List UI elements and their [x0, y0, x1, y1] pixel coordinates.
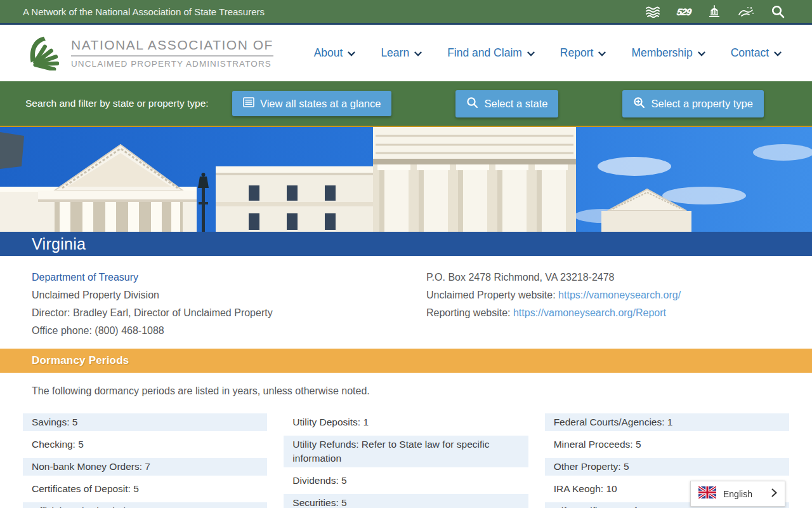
reporting-label: Reporting website:: [426, 307, 513, 318]
filter-button-group: View all states at a glance Select a sta…: [216, 90, 787, 117]
nav-label: Membership: [631, 46, 692, 60]
dormancy-item-other-property: Other Property: 5: [545, 458, 789, 476]
dormancy-item-certificates-of-deposit: Certificates of Deposit: 5: [23, 480, 267, 498]
nav-label: About: [314, 46, 343, 60]
nav-label: Learn: [381, 46, 409, 60]
view-all-states-button[interactable]: View all states at a glance: [232, 91, 391, 116]
button-label: Select a property type: [651, 98, 753, 110]
division-text: Unclaimed Property Division: [32, 286, 406, 304]
reporting-website-link[interactable]: https://vamoneysearch.org/Report: [513, 307, 666, 318]
dormancy-item-mineral-proceeds: Mineral Proceeds: 5: [545, 436, 789, 453]
nast-waves-icon[interactable]: [645, 6, 660, 18]
chevron-down-icon: [774, 51, 782, 57]
director-text: Director: Bradley Earl, Director of Uncl…: [32, 304, 406, 322]
dormancy-column-1: Savings: 5 Checking: 5 Non-bank Money Or…: [23, 413, 267, 508]
dormancy-item-federal-courts: Federal Courts/Agencies: 1: [545, 413, 789, 431]
department-link[interactable]: Department of Treasury: [32, 269, 406, 286]
nav-item-find-and-claim[interactable]: Find and Claim: [447, 46, 535, 60]
chevron-down-icon: [527, 51, 535, 57]
language-selector[interactable]: English: [690, 481, 785, 507]
top-utility-bar: A Network of the National Association of…: [0, 0, 812, 25]
nav-item-membership[interactable]: Membership: [631, 46, 705, 60]
filter-label: Search and filter by state or property t…: [25, 97, 216, 110]
search-icon: [466, 97, 478, 111]
nav-label: Report: [560, 46, 594, 60]
button-label: Select a state: [484, 98, 547, 110]
site-header: NATIONAL ASSOCIATION OF UNCLAIMED PROPER…: [0, 25, 812, 81]
logo-line-1: NATIONAL ASSOCIATION OF: [71, 37, 273, 57]
language-label: English: [723, 489, 764, 499]
search-icon[interactable]: [771, 4, 785, 19]
logo-wordmark: NATIONAL ASSOCIATION OF UNCLAIMED PROPER…: [71, 37, 273, 69]
chevron-right-icon: [771, 488, 777, 500]
contact-left-column: Department of Treasury Unclaimed Propert…: [32, 269, 406, 340]
chevron-down-icon: [698, 51, 705, 57]
contact-section: Department of Treasury Unclaimed Propert…: [0, 256, 812, 345]
naupa-fan-icon: [25, 34, 62, 73]
main-nav: About Learn Find and Claim Report Member…: [314, 46, 782, 60]
nav-item-report[interactable]: Report: [560, 46, 606, 60]
dormancy-periods-header: Dormancy Periods: [0, 349, 812, 373]
state-hero-image: [0, 127, 812, 232]
dormancy-item-securities: Securities: 5: [284, 494, 528, 508]
nav-item-learn[interactable]: Learn: [381, 46, 422, 60]
network-tagline: A Network of the National Association of…: [23, 6, 265, 17]
nav-label: Contact: [731, 46, 769, 60]
unclaimed-property-website-link[interactable]: https://vamoneysearch.org/: [558, 290, 681, 300]
button-label: View all states at a glance: [260, 98, 381, 110]
dormancy-item-official-bank-checks: Official Bank Checks/MO: 5: [23, 502, 267, 508]
dormancy-column-2: Utility Deposits: 1 Utility Refunds: Ref…: [284, 413, 528, 508]
chevron-down-icon: [348, 51, 355, 57]
page-title: Virginia: [32, 235, 86, 253]
dormancy-note: The following dormancy periods are liste…: [0, 373, 812, 397]
treasury-flourish-icon[interactable]: [738, 6, 754, 18]
state-filter-bar: Search and filter by state or property t…: [0, 81, 812, 127]
reporting-line: Reporting website: https://vamoneysearch…: [426, 304, 780, 322]
dormancy-item-savings: Savings: 5: [23, 413, 267, 431]
logo-line-2: UNCLAIMED PROPERTY ADMINISTRATORS: [71, 57, 273, 69]
uk-flag-icon: [698, 486, 716, 501]
chevron-down-icon: [414, 51, 422, 57]
chevron-down-icon: [598, 51, 606, 57]
nav-item-about[interactable]: About: [314, 46, 356, 60]
capitol-dome-icon[interactable]: [707, 5, 721, 18]
state-title-bar: Virginia: [0, 232, 812, 256]
dormancy-item-utility-refunds: Utility Refunds: Refer to State law for …: [284, 436, 528, 467]
dormancy-title: Dormancy Periods: [32, 354, 129, 367]
search-plus-icon: [633, 97, 645, 111]
select-property-type-button[interactable]: Select a property type: [622, 90, 764, 117]
nav-label: Find and Claim: [447, 46, 522, 60]
select-state-button[interactable]: Select a state: [455, 90, 558, 117]
website-label: Unclaimed Property website:: [426, 290, 558, 300]
dormancy-item-checking: Checking: 5: [23, 436, 267, 453]
529-icon[interactable]: 529: [676, 6, 691, 17]
naupa-logo[interactable]: NATIONAL ASSOCIATION OF UNCLAIMED PROPER…: [25, 34, 273, 73]
office-phone-text: Office phone: (800) 468-1088: [32, 322, 406, 340]
dormancy-item-utility-deposits: Utility Deposits: 1: [284, 413, 528, 431]
topbar-icon-group: 529: [645, 4, 785, 19]
nav-item-contact[interactable]: Contact: [731, 46, 782, 60]
dormancy-item-nonbank-money-orders: Non-bank Money Orders: 7: [23, 458, 267, 476]
contact-right-column: P.O. Box 2478 Richmond, VA 23218-2478 Un…: [406, 269, 780, 340]
website-line: Unclaimed Property website: https://vamo…: [426, 286, 780, 304]
dormancy-item-dividends: Dividends: 5: [284, 472, 528, 490]
address-text: P.O. Box 2478 Richmond, VA 23218-2478: [426, 269, 780, 286]
list-icon: [243, 97, 254, 110]
